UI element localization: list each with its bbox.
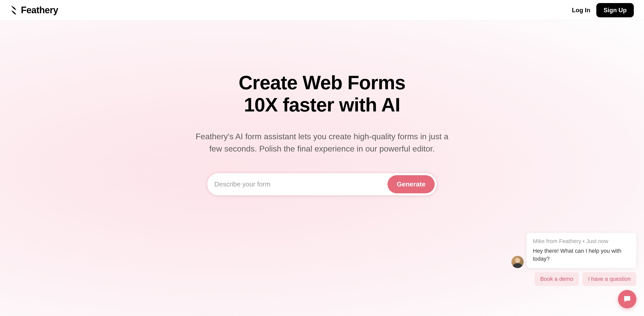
header-actions: Log In Sign Up [572,3,634,17]
form-description-input[interactable] [209,176,388,192]
brand-name: Feathery [21,5,58,16]
chat-quick-actions: Book a demo I have a question [535,272,636,286]
hero-title-line1: Create Web Forms [239,72,405,93]
login-link[interactable]: Log In [572,7,590,14]
chat-sender: Mike from Feathery [533,238,581,244]
chat-widget: Mike from Feathery • Just now Hey there!… [511,233,636,308]
chat-message-text: Hey there! What can I help you with toda… [533,247,630,263]
signup-button[interactable]: Sign Up [596,3,634,17]
chat-meta: Mike from Feathery • Just now [533,238,630,245]
chat-bubble[interactable]: Mike from Feathery • Just now Hey there!… [527,233,636,268]
chat-timestamp: Just now [586,238,608,244]
chat-launcher-button[interactable] [618,290,636,308]
chat-icon [623,295,632,304]
hero-title: Create Web Forms 10X faster with AI [239,71,405,116]
generate-button[interactable]: Generate [388,175,435,193]
question-button[interactable]: I have a question [582,272,636,286]
form-generator-container: Generate [207,173,437,195]
hero-subtitle: Feathery's AI form assistant lets you cr… [188,130,456,155]
chat-message-container: Mike from Feathery • Just now Hey there!… [511,233,636,268]
main-content: Create Web Forms 10X faster with AI Feat… [0,20,644,316]
hero-title-line2: 10X faster with AI [244,94,400,116]
chat-avatar [511,256,524,268]
feathery-logo-icon [10,5,18,15]
book-demo-button[interactable]: Book a demo [535,272,579,286]
header: Feathery Log In Sign Up [0,0,644,20]
logo[interactable]: Feathery [10,5,58,16]
